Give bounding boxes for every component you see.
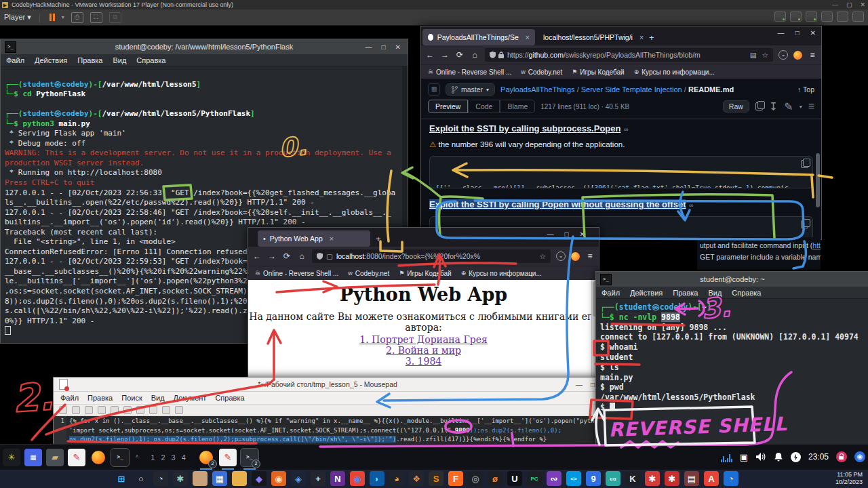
maximize-button[interactable]: □ — [795, 29, 800, 37]
chrome-icon[interactable]: ◉ — [350, 471, 365, 486]
bookmark-reverse-shell[interactable]: ☠Online - Reverse Shell ... — [428, 68, 511, 76]
menu-file[interactable]: Файл — [6, 56, 24, 64]
bookmark-star-icon[interactable]: ☆ — [762, 51, 768, 59]
menu-edit[interactable]: Правка — [87, 394, 113, 402]
panel-expand-icon[interactable]: ^ — [136, 454, 138, 461]
red-gear-icon[interactable]: ✱ — [645, 471, 660, 486]
close-button[interactable]: ✕ — [395, 43, 401, 51]
vmware-minimize-button[interactable]: — — [832, 0, 838, 9]
minimize-button[interactable]: — — [576, 381, 583, 388]
bookmark-games[interactable]: ⚑Игры Кодебай — [572, 68, 625, 76]
tab-close-icon[interactable]: × — [639, 33, 644, 41]
new-tab-button[interactable]: + — [649, 33, 654, 43]
code-block-subprocess[interactable]: {{''.__class__.mro()[1].__subclasses__()… — [429, 156, 813, 188]
sublime-icon[interactable]: S — [429, 471, 443, 486]
menu-view[interactable]: Вид — [708, 289, 722, 297]
breadcrumb-repo[interactable]: PayloadsAllTheThings — [500, 85, 574, 94]
start-icon[interactable]: ⊞ — [114, 471, 129, 486]
back-icon[interactable]: ← — [425, 50, 435, 60]
menu-help[interactable]: Справка — [732, 289, 761, 297]
new-icon[interactable] — [59, 406, 67, 414]
save-as-icon[interactable] — [98, 406, 106, 414]
menu-help[interactable]: Справка — [136, 56, 165, 64]
blender-icon[interactable]: ø — [488, 471, 502, 486]
menu-actions[interactable]: Действия — [35, 56, 67, 64]
maximize-button[interactable]: □ — [565, 230, 569, 238]
outline-icon[interactable]: ≡ — [808, 100, 814, 113]
kali-icon[interactable]: K — [625, 471, 640, 486]
branch-selector[interactable]: master▾ — [446, 83, 495, 96]
bookmark-codeby[interactable]: wCodeby.net — [521, 68, 562, 76]
app-menu-icon[interactable]: ≡ — [585, 251, 595, 261]
maximize-button[interactable]: □ — [382, 43, 386, 51]
unreal-icon[interactable]: U — [507, 471, 522, 486]
firefox-icon[interactable]: ◕ — [389, 471, 404, 486]
tab-preview[interactable]: Preview — [428, 100, 468, 113]
update-tray-icon[interactable]: ◉ — [854, 451, 865, 462]
heading-link-icon[interactable]: ∞ — [624, 126, 628, 133]
minimize-button[interactable]: — — [366, 43, 372, 51]
taskbar-firefox-windows[interactable]: 2 — [197, 449, 215, 466]
file-manager-icon[interactable]: ▰ — [46, 449, 64, 466]
firefox-launcher-icon[interactable] — [90, 449, 107, 466]
visual-studio-icon[interactable]: ∾ — [547, 471, 561, 486]
bookmark-courses[interactable]: ⊕Курсы по информаци... — [634, 68, 715, 76]
file-explorer-icon[interactable] — [232, 471, 247, 486]
camera-app-icon[interactable]: ◎ — [468, 471, 483, 486]
cpu-graph-icon[interactable] — [721, 451, 732, 462]
raw-button[interactable]: Raw — [723, 100, 749, 113]
copy-code-icon[interactable] — [801, 220, 808, 228]
firefox-account-icon[interactable] — [571, 252, 580, 261]
obsidian-icon[interactable]: ◆ — [252, 471, 267, 486]
red-gear2-icon[interactable]: ✱ — [665, 471, 679, 486]
close-button[interactable]: ✕ — [580, 230, 585, 238]
vscode-icon[interactable]: <> — [566, 471, 581, 486]
grid-app-icon[interactable]: ❖ — [409, 471, 424, 486]
download-icon[interactable]: ↧ — [769, 100, 778, 113]
vmware-close-button[interactable]: ✕ — [860, 0, 865, 9]
github-scrollbar[interactable] — [816, 153, 820, 228]
tab-blame[interactable]: Blame — [500, 100, 535, 113]
new-tab-button[interactable]: + — [376, 234, 381, 244]
menu-actions[interactable]: Действия — [630, 289, 663, 297]
gauge-app-icon[interactable]: ◔ — [153, 471, 168, 486]
cut-icon[interactable] — [136, 406, 144, 414]
editor-text[interactable]: {% for x in ().__class__.__base__.__subc… — [66, 416, 601, 447]
maximize-button[interactable]: □ — [591, 381, 595, 388]
bookmark-courses[interactable]: ⊕Курсы по информаци... — [461, 270, 542, 277]
f-app-icon[interactable]: F — [448, 471, 463, 486]
cd-device-icon[interactable] — [790, 12, 802, 22]
pocket-icon[interactable]: ⌄ — [556, 251, 566, 261]
pycharm-icon[interactable]: PC — [527, 471, 542, 486]
redo-icon[interactable] — [123, 406, 132, 414]
url-bar[interactable]: https://github.com/swisskyrepo/PayloadsA… — [485, 48, 773, 62]
menu-search[interactable]: Поиск — [121, 394, 142, 402]
book-link-2[interactable]: 2. Война и мир — [386, 345, 461, 356]
heading-subprocess-popen[interactable]: Exploit the SSTI by calling subprocess.P… — [429, 123, 620, 134]
tab-localhost-phptwig[interactable]: localhost/lesson5/PHPTwig/i × — [538, 29, 644, 45]
app-menu-icon[interactable]: ≡ — [808, 50, 817, 60]
display-tray-icon[interactable]: ▣ — [740, 452, 748, 462]
back-icon[interactable]: ← — [252, 251, 262, 261]
shield-app-icon[interactable]: ◈ — [291, 471, 306, 486]
send-ctrl-alt-del-icon[interactable]: ⎙ — [71, 12, 83, 23]
menu-file[interactable]: Файл — [60, 394, 79, 402]
windows-clock[interactable]: 11:05 PM 10/2/2023 — [835, 471, 863, 486]
fullscreen-icon[interactable]: ⛶ — [90, 12, 102, 23]
printer-app-icon[interactable]: ▤ — [684, 471, 699, 486]
minimize-button[interactable]: — — [778, 29, 785, 37]
search-icon[interactable]: ○ — [134, 471, 149, 486]
onenote-icon[interactable]: N — [330, 471, 345, 486]
terminal-flask-titlebar[interactable]: >_ student@codeby: /var/www/html/lesson5… — [1, 39, 408, 54]
notification-bell-icon[interactable] — [774, 452, 783, 462]
network-device-icon[interactable] — [806, 12, 817, 22]
co-app-icon[interactable]: co — [606, 471, 620, 486]
keepass-lock-icon[interactable] — [836, 451, 847, 462]
vmware-maximize-button[interactable]: ▢ — [846, 0, 852, 9]
sidebar-toggle-icon[interactable]: ▥ — [428, 83, 440, 96]
back-to-top-link[interactable]: ↑ Top — [797, 85, 814, 94]
chrome-profile-icon[interactable]: A — [704, 471, 719, 486]
taskbar-mousepad-window[interactable]: ✎ — [219, 449, 237, 466]
pause-vm-button[interactable] — [50, 14, 55, 21]
open-icon[interactable] — [72, 406, 80, 414]
